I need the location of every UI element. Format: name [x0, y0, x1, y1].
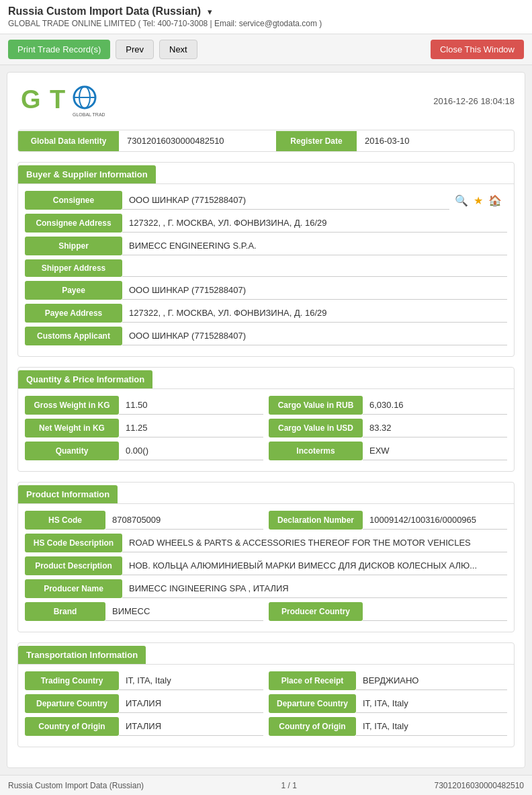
- origin-row: Country of Origin ИТАЛИЯ Country of Orig…: [25, 717, 507, 740]
- buyer-supplier-title: Buyer & Supplier Information: [18, 165, 156, 183]
- cargo-rub-label: Cargo Value in RUB: [269, 396, 363, 415]
- svg-text:G: G: [21, 85, 41, 114]
- cargo-rub-value: 6,030.16: [363, 396, 507, 415]
- register-date-label: Register Date: [276, 131, 357, 151]
- customs-applicant-row: Customs Applicant ООО ШИНКАР (7715288407…: [25, 327, 507, 345]
- consignee-address-value: 127322, , Г. МОСКВА, УЛ. ФОНВИЗИНА, Д. 1…: [122, 214, 507, 233]
- shipper-address-row: Shipper Address: [25, 259, 507, 277]
- departure-country-right-value: IT, ITA, Italy: [356, 694, 507, 713]
- producer-country-row: Producer Country: [269, 602, 507, 621]
- hs-description-row: HS Code Description ROAD WHEELS & PARTS …: [25, 534, 507, 552]
- country-of-origin-left-row: Country of Origin ИТАЛИЯ: [25, 717, 263, 736]
- departure-row: Departure Country ИТАЛИЯ Departure Count…: [25, 694, 507, 717]
- product-header-wrap: Product Information: [18, 483, 514, 504]
- departure-country-left-value: ИТАЛИЯ: [119, 694, 263, 713]
- footer-left: Russia Custom Import Data (Russian): [8, 781, 144, 790]
- transportation-title: Transportation Information: [18, 646, 146, 664]
- quantity-price-title: Quantity & Price Information: [18, 370, 152, 388]
- brand-producer-country-row: Brand ВИМЕСС Producer Country: [25, 602, 507, 625]
- consignee-address-label: Consignee Address: [25, 214, 122, 233]
- shipper-value: ВИМЕСС ENGINEERING S.P.A.: [122, 237, 507, 255]
- logo-area: G T GLOBAL TRADE ONLINE LIMITED: [17, 83, 105, 120]
- page-title: Russia Custom Import Data (Russian): [8, 5, 201, 17]
- gross-weight-value: 11.50: [119, 396, 263, 415]
- producer-country-label: Producer Country: [269, 602, 363, 621]
- transportation-section: Transportation Information Trading Count…: [17, 642, 515, 747]
- search-icon[interactable]: 🔍: [455, 194, 468, 207]
- print-button[interactable]: Print Trade Record(s): [8, 40, 110, 59]
- shipper-row: Shipper ВИМЕСС ENGINEERING S.P.A.: [25, 237, 507, 255]
- departure-country-left-row: Departure Country ИТАЛИЯ: [25, 694, 263, 713]
- hs-code-value: 8708705009: [105, 511, 263, 530]
- gross-weight-label: Gross Weight in KG: [25, 396, 119, 415]
- footer-right: 73012016030000482510: [435, 781, 524, 790]
- cargo-usd-row: Cargo Value in USD 83.32: [269, 419, 507, 437]
- transportation-body: Trading Country IT, ITA, Italy Place of …: [18, 665, 514, 747]
- brand-value: ВИМЕСС: [105, 602, 263, 621]
- quantity-price-body: Gross Weight in KG 11.50 Cargo Value in …: [18, 389, 514, 471]
- quantity-row: Quantity 0.00(): [25, 442, 263, 460]
- identity-label: Global Data Identity: [18, 131, 119, 151]
- cargo-usd-label: Cargo Value in USD: [269, 419, 363, 437]
- product-title: Product Information: [18, 485, 118, 503]
- buyer-supplier-header-wrap: Buyer & Supplier Information: [18, 163, 514, 184]
- identity-row: Global Data Identity 7301201603000048251…: [17, 130, 515, 152]
- net-weight-value: 11.25: [119, 419, 263, 437]
- shipper-address-label: Shipper Address: [25, 259, 122, 277]
- trading-country-label: Trading Country: [25, 671, 119, 690]
- hs-description-value: ROAD WHEELS & PARTS & ACCESSORIES THEREO…: [122, 534, 507, 552]
- footer-center: 1 / 1: [281, 781, 297, 790]
- country-of-origin-right-value: IT, ITA, Italy: [356, 717, 507, 736]
- departure-country-right-row: Departure Country IT, ITA, Italy: [269, 694, 507, 713]
- dropdown-arrow-icon[interactable]: ▾: [208, 7, 212, 17]
- trading-receipt-row: Trading Country IT, ITA, Italy Place of …: [25, 671, 507, 694]
- buyer-supplier-body: Consignee ООО ШИНКАР (7715288407) 🔍 ★ 🏠 …: [18, 184, 514, 356]
- payee-row: Payee ООО ШИНКАР (7715288407): [25, 281, 507, 300]
- subtitle: GLOBAL TRADE ONLINE LIMITED ( Tel: 400-7…: [8, 19, 524, 28]
- company-logo: G T GLOBAL TRADE ONLINE LIMITED: [17, 83, 105, 120]
- place-of-receipt-value: ВЕРДЖИАНО: [356, 671, 507, 690]
- customs-applicant-label: Customs Applicant: [25, 327, 122, 345]
- quantity-incoterms-row: Quantity 0.00() Incoterms EXW: [25, 442, 507, 464]
- customs-applicant-value: ООО ШИНКАР (7715288407): [122, 327, 507, 345]
- hs-declaration-row: HS Code 8708705009 Declaration Number 10…: [25, 511, 507, 534]
- product-body: HS Code 8708705009 Declaration Number 10…: [18, 504, 514, 632]
- shipper-label: Shipper: [25, 237, 122, 255]
- hs-code-label: HS Code: [25, 511, 105, 530]
- product-description-value: НОВ. КОЛЬЦА АЛЮМИНИЕВЫЙ МАРКИ ВИМЕСС ДЛЯ…: [122, 556, 507, 575]
- svg-text:T: T: [50, 85, 65, 114]
- star-icon[interactable]: ★: [474, 194, 483, 207]
- payee-address-label: Payee Address: [25, 304, 122, 323]
- consignee-row: Consignee ООО ШИНКАР (7715288407) 🔍 ★ 🏠: [25, 191, 507, 210]
- record-header: G T GLOBAL TRADE ONLINE LIMITED 2016-12-…: [17, 83, 515, 120]
- product-description-label: Product Description: [25, 556, 122, 575]
- svg-text:GLOBAL TRADE ONLINE LIMITED: GLOBAL TRADE ONLINE LIMITED: [73, 112, 105, 117]
- timestamp: 2016-12-26 18:04:18: [433, 96, 515, 106]
- prev-button[interactable]: Prev: [116, 40, 154, 59]
- toolbar: Print Trade Record(s) Prev Next Close Th…: [0, 34, 532, 65]
- home-icon[interactable]: 🏠: [488, 194, 502, 207]
- top-bar: Russia Custom Import Data (Russian) ▾ GL…: [0, 0, 532, 34]
- hs-description-label: HS Code Description: [25, 534, 122, 552]
- incoterms-value: EXW: [363, 442, 507, 460]
- departure-country-right-label: Departure Country: [269, 694, 356, 713]
- producer-name-value: ВИМЕСС INGINEERING SPA , ИТАЛИЯ: [122, 579, 507, 598]
- consignee-value: ООО ШИНКАР (7715288407): [122, 191, 449, 210]
- close-window-button[interactable]: Close This Window: [431, 40, 524, 59]
- next-button[interactable]: Next: [159, 40, 197, 59]
- register-date-value: 2016-03-10: [357, 130, 514, 151]
- gross-cargo-rub-row: Gross Weight in KG 11.50 Cargo Value in …: [25, 396, 507, 419]
- consignee-label: Consignee: [25, 191, 122, 210]
- trading-country-value: IT, ITA, Italy: [119, 671, 263, 690]
- incoterms-row: Incoterms EXW: [269, 442, 507, 460]
- brand-row: Brand ВИМЕСС: [25, 602, 263, 621]
- country-of-origin-left-label: Country of Origin: [25, 717, 119, 736]
- hs-code-row: HS Code 8708705009: [25, 511, 263, 530]
- consignee-address-row: Consignee Address 127322, , Г. МОСКВА, У…: [25, 214, 507, 233]
- product-section: Product Information HS Code 8708705009 D…: [17, 482, 515, 632]
- payee-label: Payee: [25, 281, 122, 300]
- place-of-receipt-label: Place of Receipt: [269, 671, 356, 690]
- declaration-number-value: 10009142/100316/0000965: [363, 511, 507, 530]
- payee-address-value: 127322, , Г. МОСКВА, УЛ. ФОНВИЗИНА, Д. 1…: [122, 304, 507, 323]
- consignee-icons: 🔍 ★ 🏠: [449, 191, 507, 210]
